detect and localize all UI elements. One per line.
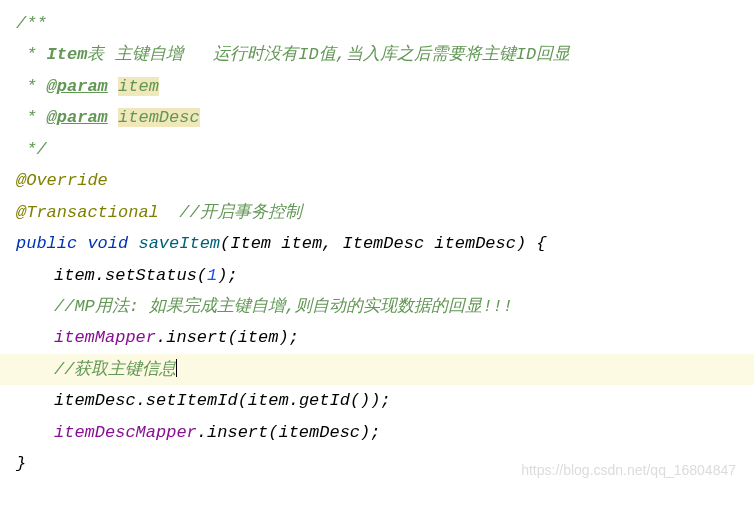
stmt-insert-desc: itemDescMapper.insert(itemDesc); [16,417,754,448]
code-block: /** * Item表 主键自增 运行时没有ID值,当入库之后需要将主键ID回显… [16,8,754,480]
doc-comment-param-1: * @param item [16,71,754,102]
annotation-transactional: @Transactional //开启事务控制 [16,197,754,228]
doc-comment-line-1: * Item表 主键自增 运行时没有ID值,当入库之后需要将主键ID回显 [16,39,754,70]
doc-comment-close: */ [16,134,754,165]
stmt-set-item-id: itemDesc.setItemId(item.getId()); [16,385,754,416]
stmt-insert-item: itemMapper.insert(item); [16,322,754,353]
method-signature: public void saveItem(Item item, ItemDesc… [16,228,754,259]
comment-get-key: //获取主键信息 [0,354,754,385]
watermark: https://blog.csdn.net/qq_16804847 [521,458,736,484]
doc-comment-open: /** [16,8,754,39]
annotation-override: @Override [16,165,754,196]
text-cursor [176,359,177,377]
stmt-set-status: item.setStatus(1); [16,260,754,291]
doc-comment-param-2: * @param itemDesc [16,102,754,133]
comment-mp-usage: //MP用法: 如果完成主键自增,则自动的实现数据的回显!!! [16,291,754,322]
